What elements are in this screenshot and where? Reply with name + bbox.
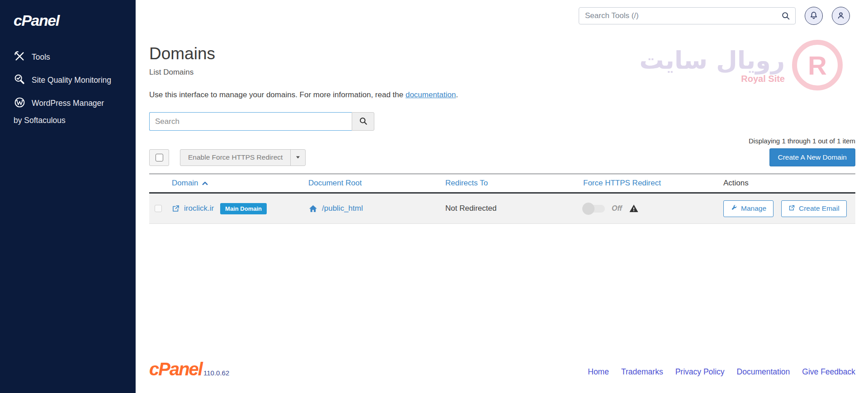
column-header-force-https[interactable]: Force HTTPS Redirect bbox=[583, 179, 723, 188]
manage-button[interactable]: Manage bbox=[723, 200, 774, 217]
sidebar-item-tools[interactable]: Tools bbox=[14, 48, 112, 66]
force-https-cell: Off bbox=[583, 204, 723, 213]
external-link-icon bbox=[172, 204, 180, 213]
row-checkbox[interactable] bbox=[155, 205, 162, 212]
redirects-to-value: Not Redirected bbox=[445, 204, 496, 213]
cpanel-sidebar-logo: cPanel bbox=[14, 12, 127, 29]
page-description: Use this interface to manage your domain… bbox=[149, 90, 855, 99]
sidebar-nav: Tools Site Quality Monitoring WordPress … bbox=[14, 48, 127, 129]
domains-table: Domain Document Root Redirects To Force … bbox=[149, 174, 855, 224]
bell-icon bbox=[809, 10, 819, 22]
domain-search-input[interactable] bbox=[149, 112, 352, 131]
sidebar-item-wordpress-manager[interactable]: WordPress Manager by Softaculous bbox=[14, 95, 112, 129]
topbar bbox=[136, 0, 868, 32]
domain-cell: iroclick.ir Main Domain bbox=[172, 203, 308, 214]
create-domain-button[interactable]: Create A New Domain bbox=[769, 148, 856, 166]
page-subtitle: List Domains bbox=[149, 68, 855, 77]
domain-link[interactable]: iroclick.ir bbox=[184, 204, 214, 213]
search-icon bbox=[781, 11, 791, 21]
description-text: Use this interface to manage your domain… bbox=[149, 90, 406, 99]
tools-search bbox=[579, 7, 796, 24]
document-root-link[interactable]: /public_html bbox=[322, 204, 363, 213]
table-row: iroclick.ir Main Domain /public_html Not… bbox=[149, 194, 855, 224]
cpanel-version: 110.0.62 bbox=[203, 369, 229, 377]
bulk-action-button[interactable]: Enable Force HTTPS Redirect bbox=[180, 149, 306, 166]
main-domain-badge: Main Domain bbox=[220, 203, 267, 214]
sidebar-item-label: Site Quality Monitoring bbox=[32, 76, 111, 85]
warning-icon bbox=[629, 204, 639, 213]
column-header-domain[interactable]: Domain bbox=[172, 179, 308, 188]
domain-search-button[interactable] bbox=[352, 112, 374, 131]
sort-ascending-icon bbox=[202, 180, 208, 187]
sidebar-item-label: Tools bbox=[32, 52, 50, 62]
notifications-button[interactable] bbox=[805, 7, 823, 25]
force-https-toggle[interactable] bbox=[583, 205, 605, 213]
redirects-to-cell: Not Redirected bbox=[445, 204, 583, 213]
account-button[interactable] bbox=[832, 7, 850, 25]
footer-link-privacy-policy[interactable]: Privacy Policy bbox=[675, 367, 725, 377]
wrench-icon bbox=[731, 204, 737, 213]
footer-links: Home Trademarks Privacy Policy Documenta… bbox=[588, 367, 855, 377]
search-icon bbox=[359, 116, 368, 127]
user-icon bbox=[836, 10, 846, 22]
column-header-document-root[interactable]: Document Root bbox=[308, 179, 445, 188]
external-link-icon bbox=[788, 204, 795, 213]
footer-link-give-feedback[interactable]: Give Feedback bbox=[802, 367, 855, 377]
footer-link-home[interactable]: Home bbox=[588, 367, 609, 377]
actions-cell: Manage Create Email bbox=[723, 200, 855, 217]
table-toolbar: Enable Force HTTPS Redirect Create A New… bbox=[149, 148, 855, 166]
pagination-status: Displaying 1 through 1 out of 1 item bbox=[149, 137, 855, 145]
tools-search-input[interactable] bbox=[579, 7, 796, 24]
documentation-link[interactable]: documentation bbox=[406, 90, 456, 99]
sidebar-item-site-quality-monitoring[interactable]: Site Quality Monitoring bbox=[14, 71, 112, 89]
table-header-row: Domain Document Root Redirects To Force … bbox=[149, 174, 855, 194]
column-header-redirects-to[interactable]: Redirects To bbox=[445, 179, 583, 188]
sidebar-item-label: WordPress Manager by Softaculous bbox=[14, 99, 104, 125]
cpanel-footer-logo: cPanel bbox=[149, 361, 202, 377]
sidebar: cPanel Tools Site Quality Monitoring Wor… bbox=[0, 0, 136, 393]
select-all-checkbox[interactable] bbox=[156, 154, 163, 161]
column-header-actions: Actions bbox=[723, 179, 855, 188]
footer-link-documentation[interactable]: Documentation bbox=[737, 367, 790, 377]
page-title: Domains bbox=[149, 44, 855, 63]
site-quality-icon bbox=[14, 73, 26, 85]
tools-icon bbox=[14, 50, 26, 62]
toggle-state-label: Off bbox=[612, 204, 622, 213]
footer: cPanel 110.0.62 Home Trademarks Privacy … bbox=[136, 361, 868, 393]
document-root-cell: /public_html bbox=[308, 204, 445, 213]
cpanel-app: cPanel Tools Site Quality Monitoring Wor… bbox=[0, 0, 868, 393]
wordpress-icon bbox=[14, 96, 26, 109]
toggle-knob bbox=[582, 203, 594, 215]
main-content: رویال سایت Royal Site R Domains List Dom… bbox=[136, 32, 868, 361]
bulk-action-label: Enable Force HTTPS Redirect bbox=[180, 150, 290, 166]
select-all-button[interactable] bbox=[149, 149, 169, 166]
domain-search bbox=[149, 112, 855, 131]
footer-link-trademarks[interactable]: Trademarks bbox=[621, 367, 663, 377]
caret-down-icon[interactable] bbox=[290, 150, 305, 166]
create-email-button[interactable]: Create Email bbox=[781, 200, 847, 217]
description-period: . bbox=[456, 90, 458, 99]
home-icon bbox=[308, 204, 318, 213]
